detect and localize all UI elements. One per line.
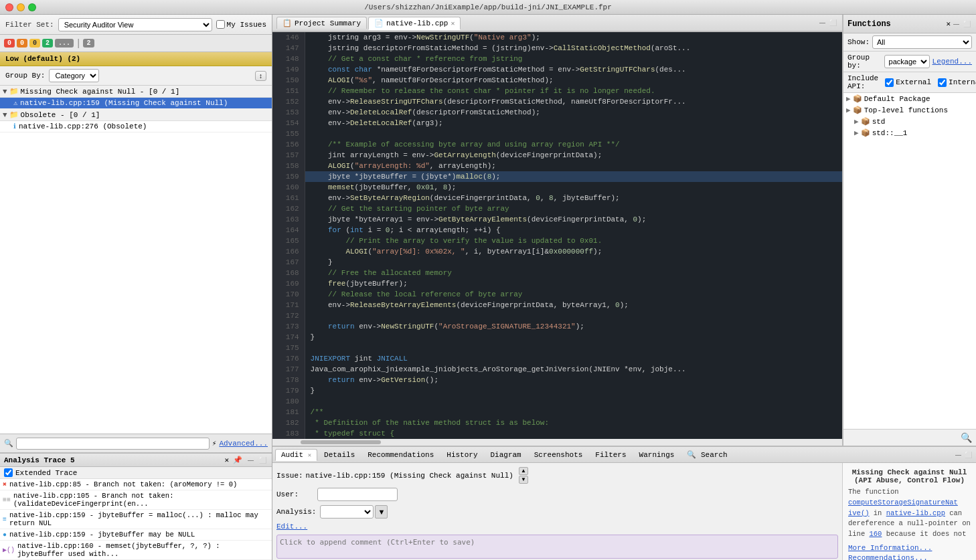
trace-item-0[interactable]: ✖ native-lib.cpp:85 - Branch not taken: … (0, 479, 272, 490)
trace-item-4[interactable]: ▶() native-lib.cpp:160 - memset(jbyteBuf… (0, 541, 272, 560)
recommendations-link[interactable]: Recommendations... (848, 554, 971, 560)
code-row-171: 171 env->ReleaseByteArrayElements(device… (272, 300, 842, 310)
tab-close-icon[interactable]: ✕ (451, 19, 455, 27)
func-node-label-3: std::__1 (872, 129, 908, 137)
tree-group-missing-check[interactable]: ▼ 📁 Missing Check against Null - [0 / 1] (0, 86, 272, 98)
audit-tab-warnings[interactable]: Warnings (633, 449, 681, 461)
audit-tab-audit[interactable]: Audit ✕ (275, 449, 317, 461)
audit-tab-search[interactable]: 🔍 Search (681, 448, 733, 461)
tab-proj-icon: 📋 (282, 19, 292, 27)
tree-item-missing-check-159[interactable]: ⚠ native-lib.cpp:159 (Missing Check agai… (0, 98, 272, 109)
trace-item-3[interactable]: ● native-lib.cpp:159 - jbyteBuffer may b… (0, 529, 272, 541)
code-content[interactable]: 146 jstring arg3 = env->NewStringUTF("Na… (272, 32, 842, 439)
code-row-175: 175 (272, 343, 842, 353)
func-node-std[interactable]: ▶ 📦 std (843, 116, 976, 127)
search-icon-audit: 🔍 (687, 451, 696, 459)
badge-medium[interactable]: 0 (29, 39, 40, 48)
tree-item-obsolete-276[interactable]: ℹ native-lib.cpp:276 (Obsolete) (0, 121, 272, 132)
audit-minimize-button[interactable]: — (954, 452, 963, 458)
issue-up-arrow[interactable]: ▲ (519, 467, 528, 475)
func-search-button[interactable]: 🔍 (961, 432, 972, 443)
analysis-select[interactable] (320, 505, 374, 519)
func-group-select[interactable]: package (884, 55, 930, 68)
maximize-button[interactable] (28, 3, 36, 11)
trace-pin-button[interactable]: 📌 (232, 456, 244, 464)
my-issues-checkbox: My Issues (216, 20, 266, 29)
audit-tab-filters[interactable]: Filters (589, 449, 632, 461)
audit-maximize-button[interactable]: ⬜ (963, 452, 973, 458)
func-show-select[interactable]: All (872, 35, 972, 49)
filter-set-select[interactable]: Security Auditor View (58, 18, 212, 31)
group-by-label: Group By: (5, 72, 45, 80)
issue-nav-arrows: ▲ ▼ (519, 467, 528, 484)
search-input[interactable] (16, 438, 210, 450)
code-hscroll[interactable] (272, 439, 842, 446)
badge-more[interactable]: ... (55, 39, 74, 48)
minimize-button[interactable] (17, 3, 25, 11)
code-row-147: 147 jstring descriptorFromStaticMethod =… (272, 43, 842, 54)
external-checkbox[interactable] (885, 78, 894, 87)
filter-bar: Filter Set: Security Auditor View My Iss… (0, 15, 272, 35)
group-by-bar: Group By: Category ↕ (0, 66, 272, 86)
code-row-170: 170 // Release the local reference of by… (272, 289, 842, 300)
trace-item-2[interactable]: ≡ native-lib.cpp:159 - jbyteBuffer = mal… (0, 510, 272, 529)
code-maximize-button[interactable]: ⬜ (828, 19, 838, 26)
audit-tab-details[interactable]: Details (318, 449, 361, 461)
func-group-row: Group by: package Legend... (843, 52, 976, 72)
comment-textarea[interactable] (276, 535, 838, 559)
audit-tab-recommendations[interactable]: Recommendations (361, 449, 440, 461)
trace-maximize-button[interactable]: ⬜ (258, 457, 268, 464)
func-maximize-button[interactable]: ⬜ (962, 19, 972, 28)
internal-checkbox[interactable] (938, 78, 947, 87)
tab-project-summary-label: Project Summary (295, 19, 361, 27)
issue-down-arrow[interactable]: ▼ (519, 476, 528, 484)
my-issues-label: My Issues (227, 21, 266, 29)
pkg-icon-1: 📦 (853, 106, 862, 114)
more-info-link[interactable]: More Information... (848, 544, 971, 552)
func-node-std-1[interactable]: ▶ 📦 std::__1 (843, 127, 976, 138)
extended-trace-row: Extended Trace (0, 467, 272, 479)
trace-item-1[interactable]: ≡≡ native-lib.cpp:105 - Branch not taken… (0, 490, 272, 510)
legend-link[interactable]: Legend... (932, 58, 972, 66)
tree-group-obsolete[interactable]: ▼ 📁 Obsolete - [0 / 1] (0, 109, 272, 121)
audit-tab-diagram[interactable]: Diagram (485, 449, 527, 461)
analysis-dropdown-btn[interactable]: ▼ (375, 505, 388, 519)
func-minimize-button[interactable]: — (952, 19, 961, 28)
badge-low[interactable]: 2 (42, 39, 53, 48)
close-button[interactable] (5, 3, 13, 11)
tab-native-lib[interactable]: 📄 native-lib.cpp ✕ (368, 17, 461, 30)
code-row-161: 161 env->SetByteArrayRegion(deviceFinger… (272, 193, 842, 203)
code-row-164: 164 for (int i = 0; i < arrayLength; ++i… (272, 225, 842, 236)
badge-total[interactable]: 2 (83, 39, 94, 48)
my-issues-input[interactable] (216, 20, 225, 29)
trace-minimize-button[interactable]: — (246, 457, 255, 464)
audit-right-body: The function computeStorageSignatureNat … (848, 487, 971, 540)
func-node-top-level[interactable]: ▶ 📦 Top-level functions (843, 104, 976, 116)
advanced-link[interactable]: Advanced... (219, 440, 268, 448)
include-api-row: Include API: External Internal Superclas… (843, 72, 976, 93)
analysis-label: Analysis: (276, 508, 316, 516)
func-node-default-package[interactable]: ▶ 📦 Default Package (843, 93, 976, 104)
sort-button[interactable]: ↕ (255, 71, 266, 81)
file-link[interactable]: native-lib.cpp (886, 509, 945, 517)
audit-tab-history[interactable]: History (440, 449, 483, 461)
tab-project-summary[interactable]: 📋 Project Summary (276, 17, 367, 29)
badge-high[interactable]: 0 (17, 39, 27, 48)
edit-link[interactable]: Edit... (276, 523, 838, 531)
group-by-select[interactable]: Category (49, 69, 99, 82)
trace-func-icon-4: ▶() (3, 546, 15, 554)
user-input[interactable] (317, 488, 398, 501)
badge-critical[interactable]: 0 (4, 39, 15, 48)
extended-trace-checkbox[interactable] (4, 468, 13, 477)
func-node-label-2: std (872, 118, 886, 126)
code-row-179: 179 } (272, 385, 842, 396)
info-icon: ℹ (13, 122, 16, 130)
code-hscroll-thumb[interactable] (301, 440, 381, 444)
code-row-158: 158 ALOGI("arrayLength: %d", arrayLength… (272, 161, 842, 171)
line-link[interactable]: 160 (870, 530, 882, 538)
audit-section: Audit ✕ Details Recommendations History … (272, 446, 976, 560)
audit-left: Issue: native-lib.cpp:159 (Missing Check… (272, 463, 842, 560)
audit-tab-screenshots[interactable]: Screenshots (528, 449, 589, 461)
code-minimize-button[interactable]: — (818, 19, 827, 26)
code-row-166: 166 ALOGI("array[%d]: 0x%02x, ", i, byte… (272, 246, 842, 257)
